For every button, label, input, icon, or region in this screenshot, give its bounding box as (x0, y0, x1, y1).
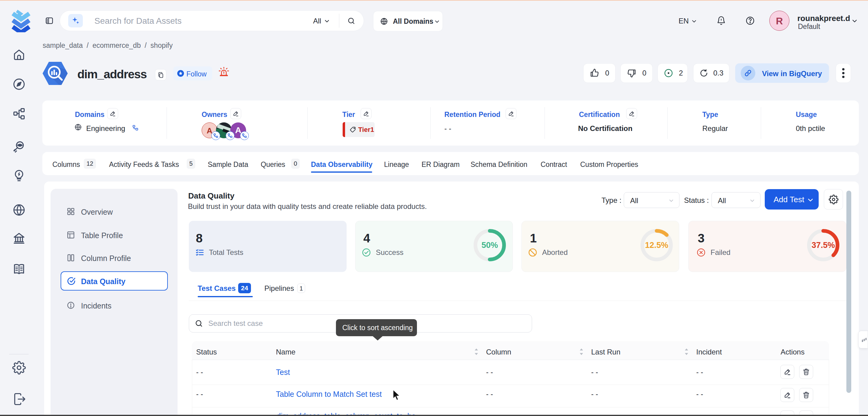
svg-text:50%: 50% (482, 241, 498, 250)
svg-text:12.5%: 12.5% (645, 241, 669, 250)
svg-text:37.5%: 37.5% (812, 241, 835, 250)
